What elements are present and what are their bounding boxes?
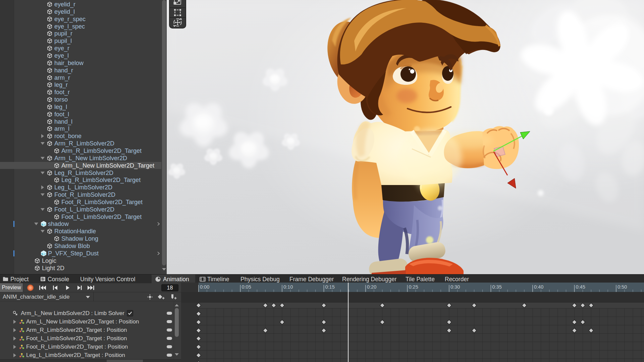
svg-text:0:40: 0:40 xyxy=(534,284,543,290)
svg-text:0:35: 0:35 xyxy=(492,284,502,290)
svg-text:0:30: 0:30 xyxy=(450,284,460,290)
svg-text:0:05: 0:05 xyxy=(242,284,251,290)
svg-text:0:25: 0:25 xyxy=(409,284,418,290)
svg-text:0:10: 0:10 xyxy=(283,284,293,290)
svg-text:0:15: 0:15 xyxy=(325,284,335,290)
svg-text:0:45: 0:45 xyxy=(576,284,585,290)
svg-text:0:00: 0:00 xyxy=(200,284,209,290)
svg-text:0:20: 0:20 xyxy=(367,284,376,290)
svg-text:0:50: 0:50 xyxy=(618,284,627,290)
